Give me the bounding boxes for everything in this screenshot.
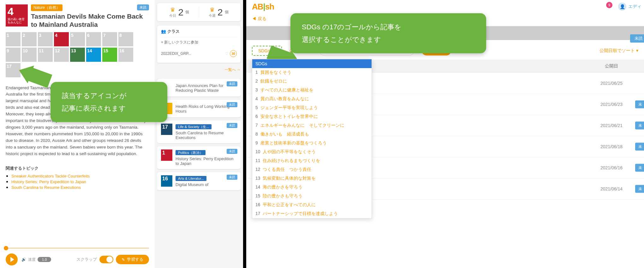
feed-item[interactable]: Japan Announces Plan for Reducing Plasti…	[157, 79, 241, 96]
notification-badge[interactable]: 9	[606, 2, 612, 8]
scrap-toggle[interactable]	[99, 256, 113, 263]
sdg-tile-8[interactable]: 8	[118, 32, 133, 46]
callout-left: 該当するアイコンが記事に表示されます	[51, 82, 167, 122]
today-label: 今日	[169, 13, 176, 18]
sdg4-icon: 質の高い教育をみんなに	[6, 4, 28, 26]
sdgs-option-1[interactable]: 1 貧困をなくそう	[252, 68, 372, 77]
sdgs-option-11[interactable]: 11 住み続けられるまちづくりを	[252, 156, 372, 165]
feed-more-link[interactable]: 一覧へ →	[157, 67, 241, 73]
speed-label: 速度	[28, 257, 36, 262]
sdgs-option-4[interactable]: 4 質の高い教育をみんなに	[252, 95, 372, 103]
related-link[interactable]: History Series: Perry Expedition to Japa…	[11, 179, 86, 184]
sdgs-option-9[interactable]: 9 産業と技術革新の基盤をつくろう	[252, 139, 372, 148]
article-column: 未読 質の高い教育をみんなに Nature（自然） Tasmanian Devi…	[0, 0, 155, 268]
unread-filter-badge[interactable]: 未読	[630, 34, 644, 43]
sdgs-option-12[interactable]: 12 つくる責任 つかう責任	[252, 165, 372, 174]
class-row[interactable]: 2022EDIX_GRP... ♡ 30	[161, 48, 237, 60]
feed-item[interactable]: 17Life & Society（生...South Carolina to R…	[157, 120, 241, 143]
week-count: ♛ 今週 2 個	[199, 6, 238, 18]
sdg-tile-12[interactable]: 12	[54, 48, 69, 62]
sdg-tile-7[interactable]: 7	[102, 32, 117, 46]
sdgs-option-10[interactable]: 10 人や国の不平等をなくそう	[252, 148, 372, 156]
sdg-tile-2[interactable]: 2	[22, 32, 37, 46]
crown-icon: ♛	[170, 7, 175, 13]
sdg-tile-15[interactable]: 15	[102, 48, 117, 62]
speed-control[interactable]: 🔊 速度 1.0	[21, 257, 51, 262]
sdg-tile-5[interactable]: 5	[70, 32, 85, 46]
sdgs-option-7[interactable]: 7 エネルギーをみんなに そしてクリーンに	[252, 121, 372, 130]
sdg-tile-16[interactable]: 16	[118, 48, 133, 62]
sdg-tile-3[interactable]: 3	[38, 32, 53, 46]
join-class-button[interactable]: 新しいクラスに参加	[161, 37, 237, 48]
sdg-tile-14[interactable]: 14	[86, 48, 101, 62]
unread-badge: 未読	[137, 4, 149, 10]
col-date: 公開日	[585, 63, 638, 69]
feed-list: Japan Announces Plan for Reducing Plasti…	[157, 79, 241, 265]
sdg-tile-6[interactable]: 6	[86, 32, 101, 46]
avatar-icon: 👤	[618, 3, 626, 11]
speed-value[interactable]: 1.0	[38, 257, 51, 262]
feed-item[interactable]: Health Risks of Long Working Hours未読	[157, 100, 241, 117]
sdgs-option-6[interactable]: 6 安全な水とトイレを世界中に	[252, 112, 372, 121]
crown-icon: ♛	[210, 7, 215, 13]
callout-right: SDGs の17のゴールから記事を選択することができます	[290, 13, 486, 53]
sdgs-option-2[interactable]: 2 飢餓をゼロに	[252, 77, 372, 86]
callout-right-text: SDGs の17のゴールから記事を選択することができます	[302, 23, 402, 44]
related-topics: 関連するトピック Sneaker Authenticators Tackle C…	[6, 166, 149, 190]
class-box: クラス 新しいクラスに参加 2022EDIX_GRP... ♡ 30	[157, 26, 241, 63]
sdgs-option-17[interactable]: 17 パートナーシップで目標を達成しよう	[252, 209, 372, 218]
article-title: Tasmanian Devils Make Come Back to Mainl…	[31, 12, 149, 29]
learn-button[interactable]: 学習する	[116, 255, 149, 264]
sdgs-menu-header: SDGs	[252, 59, 372, 68]
audio-player: 🔊 速度 1.0 スクラップ 学習する	[6, 250, 149, 265]
sdg-tile-13[interactable]: 13	[70, 48, 85, 62]
callout-left-text: 該当するアイコンが記事に表示されます	[62, 92, 127, 112]
count-unit: 個	[185, 9, 189, 15]
sdgs-option-13[interactable]: 13 気候変動に具体的な対策を	[252, 174, 372, 183]
sdgs-option-15[interactable]: 15 陸の豊かさも守ろう	[252, 192, 372, 201]
sdgs-option-8[interactable]: 8 働きがいも 経済成長も	[252, 130, 372, 139]
left-pane: 未読 質の高い教育をみんなに Nature（自然） Tasmanian Devi…	[0, 0, 246, 268]
comment-count: 30	[230, 50, 237, 57]
sdg-tile-9[interactable]: 9	[6, 48, 21, 62]
sdgs-option-14[interactable]: 14 海の豊かさを守ろう	[252, 183, 372, 192]
side-column: ♛ 今日 2 個 ♛ 今週 2 個 クラス 新しいクラスに参加 2022EDIX…	[155, 0, 243, 268]
user-name: エディ	[628, 4, 641, 9]
scrap-label: スクラップ	[76, 257, 97, 262]
week-label: 今週	[209, 13, 216, 18]
related-link[interactable]: South Carolina to Resume Executions	[11, 185, 81, 190]
right-pane: AB|sh 9 👤 エディ ◀ 戻る SDGs ▼ Category ▼ キーワ…	[246, 0, 644, 268]
sdg-tile-4[interactable]: 4	[54, 32, 69, 46]
category-tag[interactable]: Nature（自然）	[31, 4, 63, 11]
sdgs-option-5[interactable]: 5 ジェンダー平等を実現しよう	[252, 103, 372, 112]
class-name: 2022EDIX_GRP...	[161, 51, 191, 56]
sdgs-dropdown-menu: SDGs 1 貧困をなくそう2 飢餓をゼロに3 すべての人に健康と福祉を4 質の…	[252, 59, 372, 218]
play-button[interactable]	[6, 253, 18, 265]
related-link[interactable]: Sneaker Authenticators Tackle Counterfei…	[11, 174, 90, 178]
user-menu[interactable]: 👤 エディ	[618, 3, 641, 11]
sdgs-option-16[interactable]: 16 平和と公正をすべての人に	[252, 201, 372, 209]
logo[interactable]: AB|sh	[252, 2, 274, 12]
today-value: 2	[178, 7, 183, 18]
sort-dropdown[interactable]: 公開日順でソート	[599, 48, 638, 54]
top-bar: AB|sh 9 👤 エディ	[246, 0, 644, 14]
audio-slider-knob[interactable]	[4, 246, 8, 250]
class-heading: クラス	[161, 29, 237, 34]
sdg-tile-1[interactable]: 1	[6, 32, 21, 46]
related-heading: 関連するトピック	[6, 166, 149, 171]
sdgs-option-3[interactable]: 3 すべての人に健康と福祉を	[252, 86, 372, 95]
sdg-tile-11[interactable]: 11	[38, 48, 53, 62]
scrap-toggle-group: スクラップ 学習する	[76, 255, 149, 264]
feed-item[interactable]: 1Politics（政治）History Series: Perry Exped…	[157, 146, 241, 169]
audio-slider-track[interactable]	[6, 248, 149, 248]
today-count: ♛ 今日 2 個	[160, 6, 199, 18]
goal-counts: ♛ 今日 2 個 ♛ 今週 2 個	[157, 3, 241, 21]
sdg-tile-10[interactable]: 10	[22, 48, 37, 62]
article-header: 質の高い教育をみんなに Nature（自然） Tasmanian Devils …	[6, 4, 149, 29]
count-unit: 個	[225, 9, 229, 15]
feed-item[interactable]: 16Arts & Literatur...Digital Museum of未読	[157, 172, 241, 190]
week-value: 2	[218, 7, 223, 18]
